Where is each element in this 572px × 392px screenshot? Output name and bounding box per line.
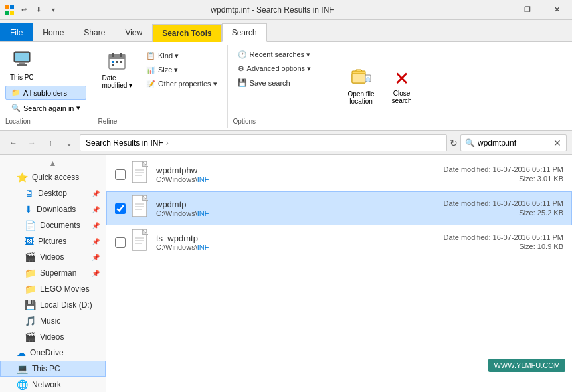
lego-movies-label: LEGO Movies: [40, 284, 90, 294]
search-icon: 🔍: [465, 138, 475, 147]
sidebar-item-videos2[interactable]: 🎬 Videos: [0, 329, 106, 345]
pin-icon-pictures: 📌: [92, 238, 100, 245]
search-again-arrow: ▾: [76, 104, 80, 112]
sidebar-item-superman[interactable]: 📁 Superman 📌: [0, 265, 106, 281]
title-bar: ↩ ⬇ ▾ wpdmtp.inf - Search Results in INF…: [0, 0, 572, 20]
sidebar-item-onedrive[interactable]: ☁ OneDrive: [0, 345, 106, 361]
save-search-label: Save search: [250, 79, 290, 87]
file-item-ts-wpdmtp[interactable]: ts_wpdmtp C:\Windows\INF Date modified: …: [106, 225, 572, 259]
sidebar-item-this-pc[interactable]: 💻 This PC: [0, 361, 106, 377]
file-date-wpdmtphw: Date modified: 16-07-2016 05:11 PM: [430, 165, 563, 173]
file-meta-ts-wpdmtp: Date modified: 16-07-2016 05:11 PM Size:…: [430, 233, 563, 252]
file-size-wpdmtphw: Size: 3.01 KB: [430, 175, 563, 183]
tab-view[interactable]: View: [115, 23, 152, 41]
svg-rect-13: [116, 61, 118, 63]
search-again-label: Search again in: [23, 104, 74, 112]
pictures-icon: 🖼: [25, 236, 34, 246]
tab-file[interactable]: File: [0, 23, 33, 41]
recent-locations-button[interactable]: ⌄: [61, 135, 77, 151]
close-search-icon: ✕: [394, 68, 409, 90]
file-date-ts-wpdmtp: Date modified: 16-07-2016 05:11 PM: [430, 233, 563, 241]
tab-search-tools[interactable]: Search Tools: [152, 24, 221, 42]
open-file-location-label: Open filelocation: [348, 90, 375, 105]
svg-rect-3: [10, 11, 14, 15]
size-button[interactable]: 📊 Size ▾: [142, 64, 222, 76]
forward-button[interactable]: →: [24, 135, 40, 151]
music-icon: 🎵: [25, 316, 36, 326]
sidebar-item-local-disk[interactable]: 💾 Local Disk (D:): [0, 297, 106, 313]
svg-rect-6: [19, 62, 25, 64]
date-modified-button[interactable]: Datemodified ▾: [98, 50, 136, 90]
date-modified-label: Datemodified ▾: [102, 74, 132, 89]
close-search-button[interactable]: ✕ Closesearch: [386, 64, 418, 108]
file-item-wpdmtphw[interactable]: wpdmtphw C:\Windows\INF Date modified: 1…: [106, 157, 572, 191]
sidebar-item-documents[interactable]: 📄 Documents 📌: [0, 217, 106, 233]
refresh-button[interactable]: ↻: [450, 138, 458, 148]
save-search-button[interactable]: 💾 Save search: [233, 76, 328, 89]
tab-home[interactable]: Home: [33, 23, 74, 41]
open-file-location-button[interactable]: Open filelocation: [342, 64, 381, 108]
file-meta-wpdmtp: Date modified: 16-07-2016 05:11 PM Size:…: [430, 199, 563, 218]
kind-button[interactable]: 📋 Kind ▾: [142, 50, 222, 62]
file-item-wpdmtp[interactable]: wpdmtp C:\Windows\INF Date modified: 16-…: [106, 191, 572, 225]
svg-rect-0: [5, 5, 9, 9]
sidebar-item-downloads[interactable]: ⬇ Downloads 📌: [0, 201, 106, 217]
tab-search[interactable]: Search: [222, 23, 267, 42]
quick-access-down[interactable]: ⬇: [32, 3, 45, 17]
advanced-options-button[interactable]: ⚙ Advanced options ▾: [233, 62, 328, 75]
sidebar-item-lego-movies[interactable]: 📁 LEGO Movies: [0, 281, 106, 297]
scroll-up-indicator[interactable]: ▲: [0, 157, 106, 169]
ribbon-group-refine: Datemodified ▾ 📋 Kind ▾ 📊 Size ▾ 📝: [92, 45, 227, 128]
sidebar-item-music[interactable]: 🎵 Music: [0, 313, 106, 329]
sidebar-item-network[interactable]: 🌐 Network: [0, 377, 106, 392]
search-input[interactable]: [478, 138, 551, 147]
checkbox-wpdmtphw[interactable]: [115, 169, 126, 180]
desktop-label: Desktop: [38, 189, 67, 198]
quick-access-back[interactable]: ↩: [17, 3, 31, 17]
file-meta-wpdmtphw: Date modified: 16-07-2016 05:11 PM Size:…: [430, 165, 563, 184]
address-path[interactable]: Search Results in INF ›: [80, 134, 447, 151]
videos2-icon: 🎬: [25, 332, 36, 342]
address-bar: ← → ↑ ⌄ Search Results in INF › ↻ 🔍 ✕: [0, 131, 572, 155]
desktop-icon: 🖥: [25, 188, 34, 199]
other-properties-button[interactable]: 📝 Other properties ▾: [142, 78, 222, 90]
local-disk-icon: 💾: [25, 300, 36, 310]
checkbox-ts-wpdmtp[interactable]: [115, 237, 126, 248]
minimize-button[interactable]: —: [482, 0, 512, 20]
lego-movies-icon: 📁: [25, 284, 36, 294]
this-pc-button[interactable]: This PC: [5, 47, 39, 84]
path-arrow: ›: [166, 138, 169, 147]
tab-share[interactable]: Share: [74, 23, 115, 41]
all-subfolders-button[interactable]: 📁 All subfolders: [5, 86, 86, 100]
search-again-icon: 🔍: [11, 104, 21, 112]
svg-rect-5: [15, 53, 29, 61]
this-pc-sidebar-label: This PC: [32, 364, 60, 373]
close-button[interactable]: ✕: [542, 0, 572, 20]
sidebar-item-desktop[interactable]: 🖥 Desktop 📌: [0, 185, 106, 201]
file-size-wpdmtp: Size: 25.2 KB: [430, 209, 563, 217]
downloads-icon: ⬇: [25, 204, 33, 215]
sidebar-item-quick-access[interactable]: ⭐ Quick access: [0, 169, 106, 185]
ribbon-group-open-close: Open filelocation ✕ Closesearch: [334, 45, 426, 128]
search-box[interactable]: 🔍 ✕: [460, 134, 567, 151]
maximize-button[interactable]: ❐: [512, 0, 542, 20]
onedrive-label: OneDrive: [30, 348, 64, 357]
sidebar-item-videos[interactable]: 🎬 Videos 📌: [0, 249, 106, 265]
svg-rect-7: [17, 64, 27, 66]
search-again-button[interactable]: 🔍 Search again in ▾: [5, 101, 86, 115]
network-label: Network: [32, 380, 61, 389]
pin-icon-downloads: 📌: [92, 206, 100, 213]
watermark-text: WWW.YLMFU.COM: [494, 361, 560, 369]
quick-access-customize[interactable]: ▾: [47, 3, 60, 17]
file-icon-wpdmtphw: [131, 161, 151, 188]
file-path-ts-wpdmtp: C:\Windows\INF: [156, 243, 430, 251]
sidebar-item-pictures[interactable]: 🖼 Pictures 📌: [0, 233, 106, 249]
recent-searches-button[interactable]: 🕐 Recent searches ▾: [233, 49, 328, 61]
svg-rect-9: [109, 54, 125, 59]
documents-icon: 📄: [25, 220, 36, 231]
up-button[interactable]: ↑: [43, 135, 58, 151]
search-clear-button[interactable]: ✕: [553, 138, 561, 148]
checkbox-wpdmtp[interactable]: [115, 203, 126, 214]
back-button[interactable]: ←: [5, 135, 21, 151]
options-group-label: Options: [233, 115, 328, 125]
